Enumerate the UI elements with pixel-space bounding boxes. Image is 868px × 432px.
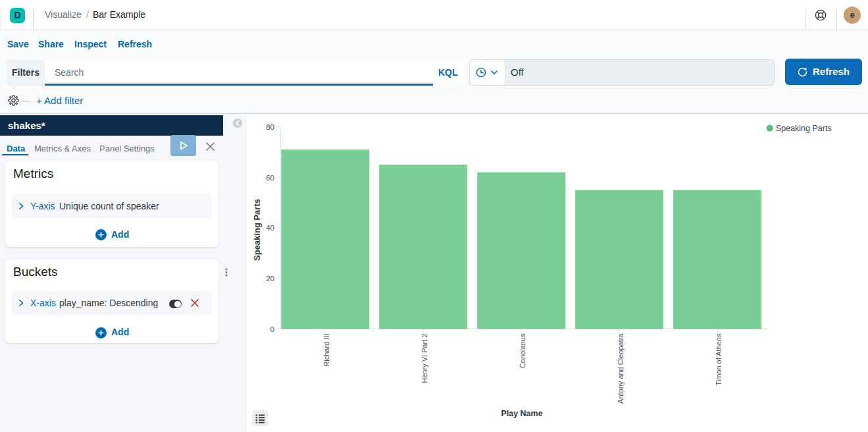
svg-text:Play Name: Play Name [501, 409, 542, 418]
svg-text:80: 80 [266, 123, 274, 131]
svg-text:Speaking Parts: Speaking Parts [776, 124, 832, 133]
svg-text:60: 60 [266, 174, 274, 182]
svg-text:Coriolanus: Coriolanus [519, 333, 526, 368]
svg-text:Richard III: Richard III [322, 334, 330, 367]
svg-text:Henry VI Part 2: Henry VI Part 2 [421, 334, 428, 383]
svg-text:Speaking Parts: Speaking Parts [252, 199, 262, 261]
svg-text:Antony and Cleopatra: Antony and Cleopatra [617, 333, 625, 404]
svg-text:20: 20 [266, 275, 274, 283]
svg-text:Timon of Athens: Timon of Athens [715, 333, 723, 386]
svg-text:40: 40 [266, 224, 274, 232]
svg-text:0: 0 [270, 325, 274, 333]
